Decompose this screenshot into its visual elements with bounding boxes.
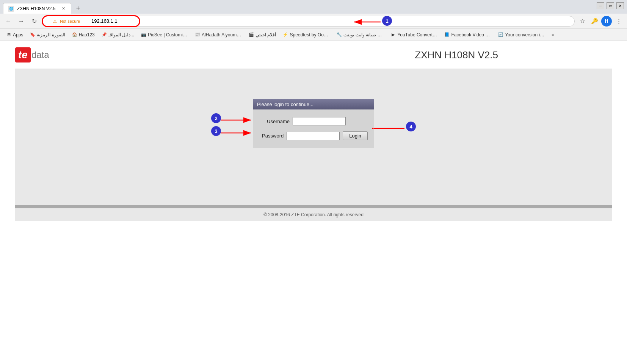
username-row: Username <box>259 117 368 125</box>
footer-text: © 2008-2016 ZTE Corporation. All rights … <box>263 212 364 217</box>
step1-circle: 1 <box>382 16 392 26</box>
nav-right-icons: ☆ 🔑 H ⋮ <box>577 16 624 27</box>
bookmark-facebook-video-label: Facebook Video Dow... <box>451 32 491 37</box>
tab-close-btn[interactable]: ✕ <box>60 6 66 12</box>
picsee-icon: 📷 <box>141 32 146 37</box>
page-header: te data ZXHN H108N V2.5 <box>0 41 627 69</box>
bookmark-dalil[interactable]: 📌 دليل المواقـ... <box>99 31 137 39</box>
tab-title: ZXHN H108N V2.5 <box>17 6 55 11</box>
password-input[interactable] <box>287 132 340 140</box>
bookmark-picsee-label: PicSee | Customized... <box>148 32 188 37</box>
step4-circle: 4 <box>406 122 416 131</box>
step3-arrow <box>221 128 255 137</box>
aflam-icon: 🎬 <box>249 32 254 37</box>
arqam-icon: 🔧 <box>337 32 342 37</box>
login-title-bar: Please login to continue... <box>253 99 374 109</box>
bookmark-aflam-label: أفلام احبتي <box>256 32 276 37</box>
forward-button[interactable]: → <box>16 16 27 27</box>
page-footer: © 2008-2016 ZTE Corporation. All rights … <box>15 207 612 221</box>
reload-button[interactable]: ↻ <box>29 16 39 27</box>
login-dialog-title: Please login to continue... <box>257 102 314 107</box>
page-title: ZXHN H108N V2.5 <box>415 49 498 61</box>
window-controls: ─ ▭ ✕ <box>597 2 624 9</box>
step2-arrow <box>221 116 255 125</box>
bookmark-dalil-label: دليل المواقـ... <box>108 32 134 37</box>
alhadath-icon: 📰 <box>195 32 200 37</box>
speedtest-icon: ⚡ <box>283 32 288 37</box>
bookmark-your-conversion-label: Your conversion is co... <box>505 32 545 37</box>
bookmark-picsee[interactable]: 📷 PicSee | Customized... <box>138 31 191 39</box>
extensions-button[interactable]: 🔑 <box>589 16 600 27</box>
hao123-icon: 🏠 <box>72 32 77 37</box>
bookmark-arqam[interactable]: 🔧 ارقام صيانة وايت بوينت... <box>334 31 387 39</box>
password-label: Password <box>259 133 284 139</box>
login-box-wrapper: 2 3 4 Please login to continue... <box>253 99 374 148</box>
nav-bar: ← → ↻ ⚠ Not secure 1 ☆ 🔑 H ⋮ <box>0 14 627 29</box>
apps-icon: ⊞ <box>6 32 11 37</box>
bookmark-facebook-video[interactable]: 📘 Facebook Video Dow... <box>441 31 494 39</box>
bookmark-star-button[interactable]: ☆ <box>577 16 588 27</box>
bookmark-alsawra[interactable]: 🔖 الصورة الرمزية <box>27 31 68 39</box>
bookmark-alsawra-label: الصورة الرمزية <box>37 32 65 37</box>
bookmark-apps[interactable]: ⊞ Apps <box>3 31 26 39</box>
back-button[interactable]: ← <box>3 16 14 27</box>
bookmark-your-conversion[interactable]: 🔄 Your conversion is co... <box>495 31 548 39</box>
step4-arrow <box>372 124 406 133</box>
not-secure-label: Not secure <box>60 19 80 23</box>
logo-te: te <box>15 47 31 62</box>
login-box: Please login to continue... Username Pas… <box>253 99 374 148</box>
your-conversion-icon: 🔄 <box>498 32 503 37</box>
close-btn[interactable]: ✕ <box>616 2 624 9</box>
address-input[interactable] <box>42 16 575 27</box>
active-tab[interactable]: 🌐 ZXHN H108N V2.5 ✕ <box>3 3 71 14</box>
bookmark-apps-label: Apps <box>13 32 23 37</box>
bookmark-youtube-converter-label: YouTube Converter &... <box>397 32 437 37</box>
account-button[interactable]: H <box>601 16 612 27</box>
alsawra-icon: 🔖 <box>30 32 35 37</box>
bookmark-alhadath[interactable]: 📰 AlHadath Alyoum - ال <box>192 31 245 39</box>
bookmark-aflam[interactable]: 🎬 أفلام احبتي <box>246 31 279 39</box>
youtube-converter-icon: ▶ <box>390 32 396 37</box>
bookmark-arqam-label: ارقام صيانة وايت بوينت... <box>343 32 384 37</box>
bookmarks-bar: ⊞ Apps 🔖 الصورة الرمزية 🏠 Hao123 📌 دليل … <box>0 29 627 41</box>
login-button[interactable]: Login <box>343 131 368 140</box>
browser-chrome: ─ ▭ ✕ 🌐 ZXHN H108N V2.5 ✕ + ← → ↻ ⚠ Not … <box>0 0 627 41</box>
step3-circle: 3 <box>211 126 221 136</box>
more-menu-button[interactable]: ⋮ <box>613 16 624 27</box>
tab-favicon: 🌐 <box>8 6 14 12</box>
address-bar-container: ⚠ Not secure <box>42 16 575 27</box>
username-label: Username <box>259 119 290 124</box>
login-form: Username Password Login <box>253 109 374 148</box>
step2-circle: 2 <box>211 113 221 123</box>
minimize-btn[interactable]: ─ <box>597 2 604 9</box>
page-content: te data ZXHN H108N V2.5 2 3 4 <box>0 41 627 306</box>
logo-data: data <box>31 50 49 60</box>
dalil-icon: 📌 <box>102 32 107 37</box>
restore-btn[interactable]: ▭ <box>607 2 614 9</box>
bookmark-youtube-converter[interactable]: ▶ YouTube Converter &... <box>387 31 440 39</box>
security-icon: ⚠ <box>53 19 57 23</box>
bookmark-hao123[interactable]: 🏠 Hao123 <box>69 31 98 39</box>
username-input[interactable] <box>293 117 346 125</box>
bookmark-speedtest-label: Speedtest by Ookla -... <box>290 32 330 37</box>
bookmark-speedtest[interactable]: ⚡ Speedtest by Ookla -... <box>280 31 333 39</box>
facebook-video-icon: 📘 <box>444 32 450 37</box>
logo-area: te data <box>15 47 49 62</box>
bookmark-alhadath-label: AlHadath Alyoum - ال <box>202 32 242 37</box>
tab-bar: ─ ▭ ✕ 🌐 ZXHN H108N V2.5 ✕ + <box>0 0 627 14</box>
new-tab-button[interactable]: + <box>73 3 83 14</box>
bookmarks-overflow-button[interactable]: » <box>549 30 556 40</box>
bookmark-hao123-label: Hao123 <box>79 32 95 37</box>
main-content-area: 2 3 4 Please login to continue... <box>15 69 612 205</box>
password-row: Password Login <box>259 131 368 140</box>
